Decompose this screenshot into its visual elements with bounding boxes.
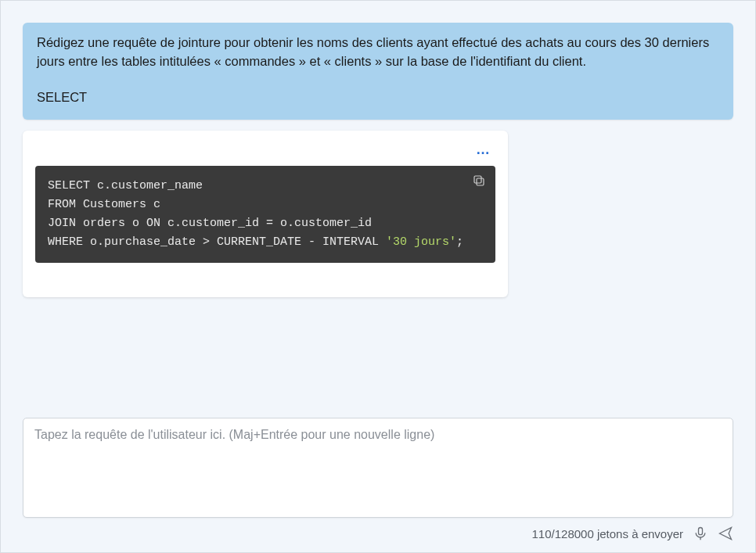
assistant-message: … SELECT c.customer_name FROM Customers … xyxy=(23,131,508,297)
code-text: c.customer_name xyxy=(90,179,203,192)
microphone-icon[interactable] xyxy=(693,526,708,541)
message-menu-button[interactable]: … xyxy=(35,142,495,166)
code-kw: SELECT xyxy=(48,179,90,192)
send-icon[interactable] xyxy=(718,526,733,541)
code-text: c.customer_id = o.customer_id xyxy=(160,217,372,230)
copy-icon[interactable] xyxy=(472,174,486,188)
code-text: Customers c xyxy=(76,198,160,211)
user-message: Rédigez une requête de jointure pour obt… xyxy=(23,23,733,120)
code-block: SELECT c.customer_name FROM Customers c … xyxy=(35,166,495,263)
code-kw: JOIN xyxy=(48,217,76,230)
user-trailing-keyword: SELECT xyxy=(37,88,719,107)
footer-row: 110/128000 jetons à envoyer xyxy=(23,526,733,541)
code-text: ; xyxy=(456,235,463,249)
code-text: orders o xyxy=(76,217,146,230)
input-zone: 110/128000 jetons à envoyer xyxy=(23,418,733,541)
svg-rect-0 xyxy=(477,178,484,185)
user-prompt-text: Rédigez une requête de jointure pour obt… xyxy=(37,34,719,71)
svg-rect-2 xyxy=(699,528,703,535)
input-box xyxy=(23,418,733,518)
code-kw: FROM xyxy=(48,198,76,211)
code-text: o.purchase_date > CURRENT_DATE - INTERVA… xyxy=(83,235,386,249)
prompt-input[interactable] xyxy=(34,428,722,508)
code-kw: ON xyxy=(146,217,160,230)
code-kw: WHERE xyxy=(48,235,83,249)
code-string: '30 jours' xyxy=(386,235,456,249)
chat-area: Rédigez une requête de jointure pour obt… xyxy=(1,1,755,297)
token-counter: 110/128000 jetons à envoyer xyxy=(532,527,683,540)
svg-rect-1 xyxy=(474,176,481,183)
